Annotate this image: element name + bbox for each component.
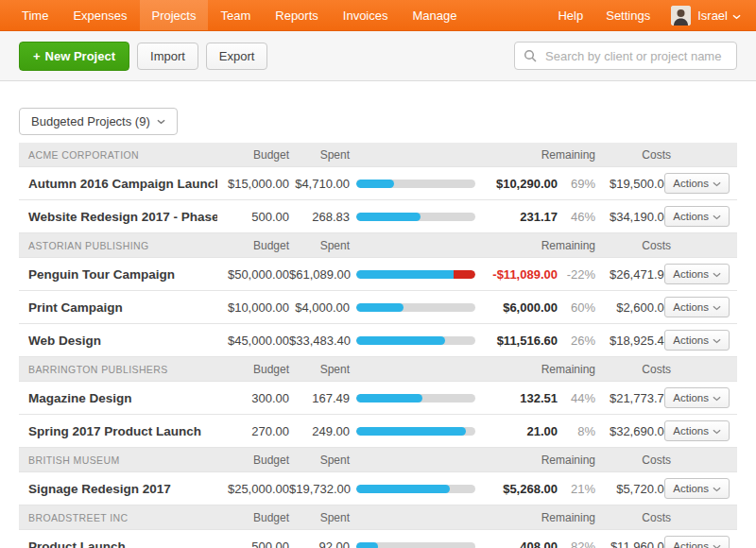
- top-navigation: TimeExpensesProjectsTeamReportsInvoicesM…: [0, 0, 756, 31]
- search-input[interactable]: [543, 48, 728, 64]
- plus-icon: +: [33, 49, 41, 63]
- column-header-budget: Budget: [217, 511, 289, 524]
- project-name[interactable]: Print Campaign: [28, 300, 217, 315]
- column-header-costs: Costs: [595, 239, 671, 252]
- column-header-budget: Budget: [217, 148, 289, 162]
- actions-button[interactable]: Actions: [664, 420, 730, 441]
- column-header-budget: Budget: [217, 239, 289, 252]
- costs-value: $5,720.00: [595, 482, 671, 496]
- actions-button[interactable]: Actions: [664, 330, 730, 351]
- help-link[interactable]: Help: [546, 9, 594, 23]
- spent-value: $19,732.00: [289, 482, 350, 496]
- actions-button[interactable]: Actions: [664, 297, 730, 317]
- remaining-value: $5,268.00: [482, 482, 558, 496]
- project-name[interactable]: Spring 2017 Product Launch: [28, 424, 217, 438]
- nav-tab-reports[interactable]: Reports: [263, 0, 331, 30]
- remaining-percent: 69%: [558, 177, 595, 191]
- remaining-value: -$11,089.00: [482, 267, 558, 282]
- budgeted-projects-filter[interactable]: Budgeted Projects (9): [19, 108, 178, 135]
- costs-value: $32,690.00: [595, 424, 671, 438]
- costs-value: $18,925.40: [595, 334, 671, 348]
- import-button[interactable]: Import: [137, 43, 198, 70]
- spent-value: $4,000.00: [289, 300, 350, 315]
- remaining-percent: 8%: [558, 424, 595, 438]
- actions-button[interactable]: Actions: [664, 478, 730, 499]
- chevron-down-icon: [732, 9, 741, 23]
- budget-progress-bar: [356, 270, 475, 279]
- actions-button[interactable]: Actions: [664, 264, 730, 284]
- new-project-button[interactable]: +New Project: [19, 42, 129, 71]
- actions-button-label: Actions: [673, 211, 709, 222]
- search-box[interactable]: [514, 42, 737, 70]
- budget-progress-bar: [356, 336, 475, 345]
- client-section-header: ACME CORPORATIONBudgetSpentRemainingCost…: [19, 143, 737, 167]
- spent-value: 92.00: [289, 539, 350, 548]
- actions-button[interactable]: Actions: [664, 536, 730, 548]
- chevron-down-icon: [709, 392, 721, 403]
- chevron-down-icon: [709, 425, 721, 437]
- budget-progress-cell: [350, 542, 482, 548]
- actions-button-label: Actions: [673, 483, 709, 494]
- project-name[interactable]: Autumn 2016 Campaign Launch: [28, 177, 217, 191]
- project-row: Magazine Design300.00167.49132.5144%$21,…: [19, 382, 737, 415]
- remaining-value: 231.17: [482, 210, 558, 224]
- nav-tab-invoices[interactable]: Invoices: [331, 0, 401, 30]
- budget-progress-bar: [356, 542, 475, 548]
- budget-progress-bar: [356, 180, 475, 188]
- client-name: ACME CORPORATION: [28, 149, 217, 161]
- project-name[interactable]: Website Redesign 2017 - Phase 1: [28, 210, 217, 224]
- chevron-down-icon: [709, 334, 721, 346]
- remaining-value: 132.51: [482, 391, 558, 405]
- nav-right: Help Settings Israel: [546, 0, 756, 30]
- export-button[interactable]: Export: [206, 43, 268, 70]
- budget-value: $50,000.00: [217, 267, 289, 282]
- progress-fill: [356, 485, 450, 493]
- budget-progress-cell: [350, 485, 482, 493]
- chevron-down-icon: [709, 211, 721, 222]
- column-header-spent: Spent: [289, 239, 350, 252]
- project-row: Website Redesign 2017 - Phase 1500.00268…: [19, 200, 737, 233]
- project-name[interactable]: Signage Redesign 2017: [28, 482, 217, 496]
- budget-progress-cell: [350, 336, 482, 345]
- budget-value: $25,000.00: [217, 482, 289, 496]
- nav-tab-time[interactable]: Time: [9, 0, 60, 30]
- actions-cell: Actions: [671, 297, 730, 317]
- chevron-down-icon: [150, 119, 165, 125]
- client-name: ASTORIAN PUBLISHING: [28, 240, 217, 251]
- column-header-budget: Budget: [217, 363, 289, 376]
- column-header-remaining: Remaining: [482, 511, 595, 524]
- nav-tab-manage[interactable]: Manage: [401, 0, 470, 30]
- project-name[interactable]: Magazine Design: [28, 391, 217, 405]
- nav-tab-projects[interactable]: Projects: [140, 0, 209, 30]
- project-name[interactable]: Penguin Tour Campaign: [28, 267, 217, 282]
- actions-button-label: Actions: [673, 178, 709, 189]
- actions-button[interactable]: Actions: [664, 173, 730, 194]
- remaining-percent: 21%: [558, 482, 595, 496]
- client-section-header: BRITISH MUSEUMBudgetSpentRemainingCosts: [19, 448, 737, 472]
- nav-tab-expenses[interactable]: Expenses: [60, 0, 139, 30]
- project-name[interactable]: Product Launch: [28, 539, 217, 548]
- progress-fill: [356, 542, 378, 548]
- progress-fill: [356, 270, 454, 279]
- costs-value: $34,190.00: [595, 210, 671, 224]
- actions-button[interactable]: Actions: [664, 206, 730, 227]
- budget-progress-cell: [350, 303, 482, 312]
- project-row: Signage Redesign 2017$25,000.00$19,732.0…: [19, 472, 737, 505]
- actions-cell: Actions: [671, 264, 730, 284]
- nav-tab-team[interactable]: Team: [208, 0, 263, 30]
- actions-button[interactable]: Actions: [664, 387, 730, 408]
- actions-button-label: Actions: [673, 540, 709, 548]
- column-header-spent: Spent: [289, 511, 350, 524]
- costs-value: $2,600.00: [595, 300, 671, 315]
- user-menu[interactable]: Israel: [662, 6, 741, 26]
- budget-value: 300.00: [217, 391, 289, 405]
- costs-value: $21,773.70: [595, 391, 671, 405]
- spent-value: $61,089.00: [289, 267, 350, 282]
- project-row: Autumn 2016 Campaign Launch$15,000.00$4,…: [19, 167, 737, 200]
- remaining-percent: 46%: [558, 210, 595, 224]
- budget-value: 500.00: [217, 210, 289, 224]
- settings-link[interactable]: Settings: [594, 9, 662, 23]
- column-header-remaining: Remaining: [482, 239, 595, 252]
- costs-value: $26,471.90: [595, 267, 671, 282]
- project-name[interactable]: Web Design: [28, 334, 217, 348]
